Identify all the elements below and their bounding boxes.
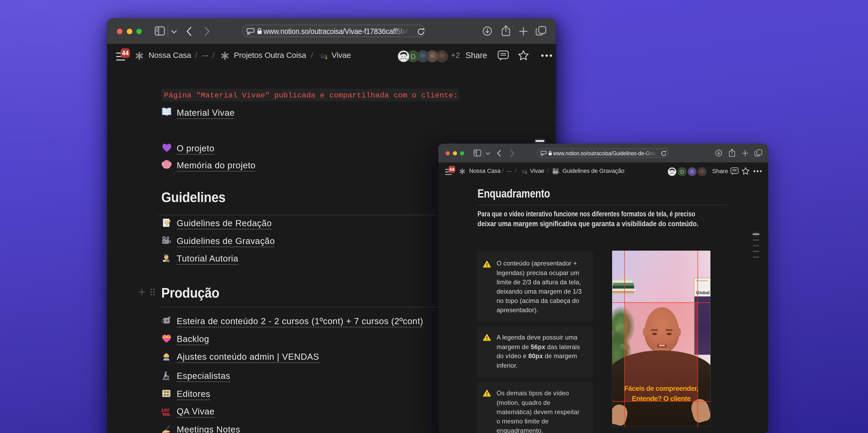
svg-text:100: 100 (161, 407, 169, 413)
